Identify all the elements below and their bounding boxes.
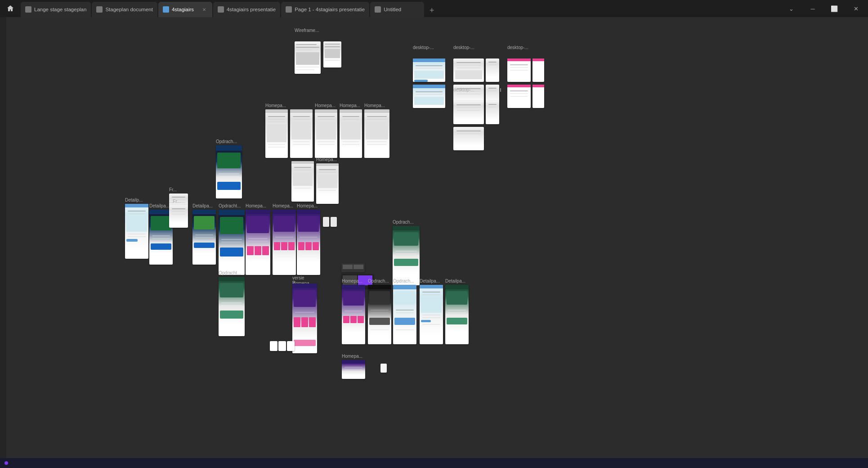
wireframe-group-label: Wireframe... <box>295 28 319 33</box>
small-rect-1[interactable] <box>323 217 329 227</box>
small-thumb-2[interactable] <box>278 341 286 351</box>
tab-lange-stage[interactable]: Lange stage stageplan <box>21 2 91 17</box>
tab-stageplan-doc[interactable]: Stageplan document <box>92 2 157 17</box>
opdracht-b3-frame[interactable] <box>393 285 416 344</box>
opdracht-3-frame[interactable] <box>219 277 245 336</box>
tab-icon-4 <box>218 6 224 13</box>
tab-label-4: 4stagiairs presentatie <box>227 7 276 12</box>
homepa-3-label: Homepa... <box>315 103 336 108</box>
detailpa-c1-label: Detailpa... <box>420 279 440 284</box>
desktop-3-frame-2[interactable] <box>507 85 531 108</box>
tab-4stagiairs[interactable]: 4stagiairs ✕ <box>158 2 212 17</box>
small-rect-2[interactable] <box>331 217 337 227</box>
homepa-sub-1-frame[interactable] <box>291 161 314 202</box>
small-bar-frame[interactable] <box>341 263 365 272</box>
homepa-a3-frame[interactable] <box>297 210 320 275</box>
detailpa-c2-label: Detailpa... <box>445 279 465 284</box>
opdracht-2-label: Opdracht... <box>219 203 241 208</box>
desktop-group-2-label: desktop-... <box>453 45 474 50</box>
tab-icon-2 <box>96 6 103 13</box>
home-button[interactable] <box>0 0 21 17</box>
small-thumb-3[interactable] <box>287 341 295 351</box>
tab-label-6: Untitled <box>384 7 420 12</box>
desktop-3-frame-1[interactable] <box>507 58 531 82</box>
tab-icon-6 <box>375 6 381 13</box>
desktop-group-4-label: desktop-... <box>453 87 474 92</box>
titlebar: Lange stage stageplan Stageplan document… <box>0 0 868 17</box>
tab-4stagiairs-pres[interactable]: 4stagiairs presentatie <box>213 2 280 17</box>
tab-label-5: Page 1 - 4stagiairs presentatie <box>295 7 365 12</box>
homepa-sub-2-frame[interactable] <box>316 163 339 204</box>
opdracht-b2-frame[interactable] <box>368 285 391 344</box>
desktop-4-frame-3[interactable] <box>453 127 484 150</box>
desktop-2-frame-2[interactable] <box>486 58 499 82</box>
tab-untitled[interactable]: Untitled <box>370 2 424 17</box>
homepa-4-frame[interactable] <box>340 109 362 158</box>
homepa-1-frame[interactable] <box>265 109 288 158</box>
desktop-4-frame-1[interactable] <box>453 101 484 124</box>
tabs-area: Lange stage stageplan Stageplan document… <box>21 0 781 17</box>
status-dot <box>4 461 8 465</box>
homepa-5-frame[interactable] <box>364 109 389 158</box>
fr-2-frame[interactable] <box>169 205 188 228</box>
tab-label-2: Stageplan document <box>105 7 153 12</box>
homepa-a1-frame[interactable] <box>246 210 270 275</box>
canvas-area[interactable]: Wireframe... desktop-... <box>0 17 868 468</box>
homepa-a2-label: Homepa... <box>273 203 293 208</box>
dropdown-button[interactable]: ⌄ <box>781 0 801 17</box>
small-thumb-1[interactable] <box>270 341 277 351</box>
minimize-button[interactable]: ─ <box>802 0 823 17</box>
homepa-a1-label: Homepa... <box>246 203 266 208</box>
homepa-a3-label: Homepa... <box>297 203 318 208</box>
left-sidebar-strip <box>0 17 6 468</box>
new-tab-button[interactable]: + <box>425 4 438 17</box>
homepa-a2-frame[interactable] <box>273 210 296 275</box>
detailp-2-label: Detailpa... <box>149 203 170 208</box>
desktop-3-frame-3[interactable] <box>532 58 544 82</box>
homepa-2-frame[interactable] <box>290 109 313 158</box>
homepa-5-label: Homepa... <box>364 103 385 108</box>
desktop-3-frame-4[interactable] <box>532 85 544 108</box>
desktop-4-frame-2[interactable] <box>486 101 499 124</box>
tab-label-3: 4stagiairs <box>172 7 198 12</box>
detailpa-c1-frame[interactable] <box>420 285 443 344</box>
desktop-1-frame-1[interactable] <box>413 58 445 82</box>
homepa-bottom-frame[interactable] <box>342 360 365 379</box>
fr-1-label: Fr... <box>169 187 177 192</box>
small-white-card[interactable] <box>380 364 387 373</box>
separator <box>500 88 501 92</box>
window-controls: ⌄ ─ ⬜ ✕ <box>781 0 868 17</box>
opdracht-b2-label: Opdrach... <box>368 279 389 284</box>
detailpa-c2-frame[interactable] <box>445 285 469 344</box>
opdracht-r-label: Opdrach... <box>393 220 414 225</box>
statusbar <box>0 458 868 468</box>
desktop-group-1-label: desktop-... <box>413 45 434 50</box>
wireframe-frame-1[interactable] <box>295 41 321 74</box>
desktop-group-3-label: desktop-... <box>507 45 528 50</box>
detailp-1-frame[interactable] <box>125 204 148 259</box>
desktop-2-frame-1[interactable] <box>453 58 484 82</box>
opdracht-b3-label: Opdrach... <box>393 279 414 284</box>
desktop-1-frame-2[interactable] <box>413 85 445 108</box>
fr-2-label: ...Fr... <box>169 199 181 204</box>
detailpa-b-frame[interactable] <box>192 210 216 265</box>
tab-icon-5 <box>286 6 292 13</box>
homepa-v2-frame[interactable] <box>292 284 317 353</box>
homepa-4-label: Homepa... <box>340 103 360 108</box>
homepa-3-frame[interactable] <box>315 109 337 158</box>
opdracht-1-label: Opdrach... <box>216 139 237 144</box>
opdracht-1-frame[interactable] <box>216 145 242 198</box>
tab-icon-3 <box>163 6 169 13</box>
homepa-b1-label: Homepa... <box>342 279 362 284</box>
wireframe-frame-2[interactable] <box>323 41 341 68</box>
tab-icon-1 <box>25 6 31 13</box>
tab-page1[interactable]: Page 1 - 4stagiairs presentatie <box>281 2 369 17</box>
homepa-sub-2-label: Homepa... <box>316 157 337 162</box>
homepa-b1-frame[interactable] <box>342 285 365 344</box>
tab-close-3[interactable]: ✕ <box>201 6 208 13</box>
opdracht-2-frame[interactable] <box>219 210 245 275</box>
maximize-button[interactable]: ⬜ <box>824 0 845 17</box>
close-button[interactable]: ✕ <box>846 0 866 17</box>
homepa-1-label: Homepa... <box>265 103 286 108</box>
opdracht-r-frame[interactable] <box>393 226 420 285</box>
